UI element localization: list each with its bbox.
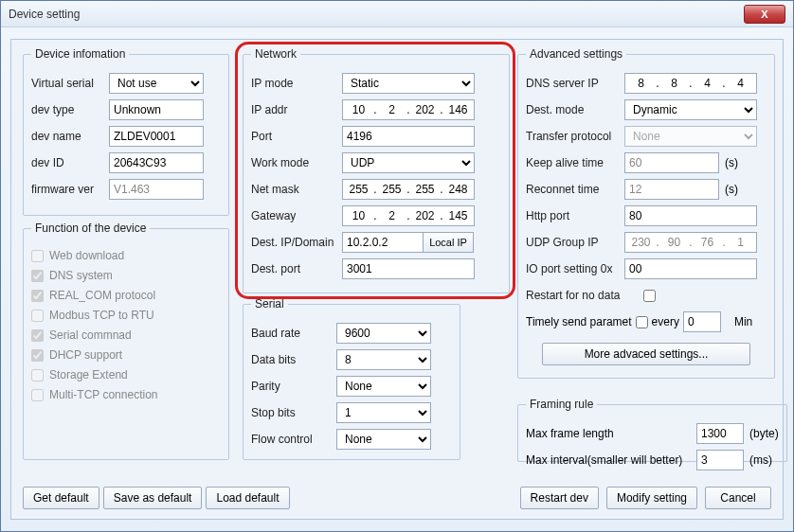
udpgroup-label: UDP Group IP xyxy=(526,236,624,249)
get-default-button[interactable]: Get default xyxy=(23,487,99,509)
timely-check[interactable] xyxy=(636,316,648,328)
port-label: Port xyxy=(251,130,342,143)
maxinterval-label: Max interval(smaller will better) xyxy=(526,453,696,467)
baud-select[interactable]: 9600 xyxy=(336,323,431,344)
restart-dev-button[interactable]: Restart dev xyxy=(520,487,599,509)
restart-check[interactable] xyxy=(643,290,656,302)
dest-ip-label: Dest. IP/Domain xyxy=(251,236,342,249)
ip-mode-label: IP mode xyxy=(251,77,342,90)
modify-setting-button[interactable]: Modify setting xyxy=(606,487,697,509)
parity-label: Parity xyxy=(251,380,336,393)
serial-group: Serial Baud rate9600 Data bits8 ParityNo… xyxy=(243,297,460,460)
dev-type-label: dev type xyxy=(31,103,109,116)
local-ip-button[interactable]: Local IP xyxy=(423,232,474,253)
reconnect-label: Reconnet time xyxy=(526,183,624,196)
dns-system-check xyxy=(31,270,44,282)
work-mode-select[interactable]: UDP xyxy=(342,152,475,173)
flow-label: Flow control xyxy=(251,433,336,446)
maxinterval-input[interactable] xyxy=(696,450,744,470)
timely-label: Timely send paramet xyxy=(526,315,632,328)
databits-label: Data bits xyxy=(251,353,336,366)
device-setting-window: Device setting X Device infomation Virtu… xyxy=(0,0,794,532)
netmask-label: Net mask xyxy=(251,183,342,196)
dev-id-label: dev ID xyxy=(31,156,109,169)
dest-port-label: Dest. port xyxy=(251,262,342,275)
more-advanced-button[interactable]: More advaced settings... xyxy=(542,343,750,365)
databits-select[interactable]: 8 xyxy=(336,349,431,370)
reconnect-input xyxy=(624,179,719,200)
restart-label: Restart for no data xyxy=(526,289,643,302)
timely-value-input[interactable] xyxy=(683,311,721,332)
destmode-label: Dest. mode xyxy=(526,103,624,116)
web-download-check xyxy=(31,250,44,262)
window-title: Device setting xyxy=(9,8,80,21)
dns-ip-input[interactable]: 8. 8. 4. 4 xyxy=(624,73,757,94)
firmware-input xyxy=(109,179,204,200)
stopbits-label: Stop bits xyxy=(251,406,336,419)
virtual-serial-label: Virtual serial xyxy=(31,77,109,90)
function-legend: Function of the device xyxy=(31,222,150,235)
advanced-legend: Advanced settings xyxy=(526,47,626,61)
work-mode-label: Work mode xyxy=(251,156,342,169)
udpgroup-input: 230. 90. 76. 1 xyxy=(624,232,757,253)
dev-id-input[interactable] xyxy=(109,152,204,173)
dest-port-input[interactable] xyxy=(342,258,475,279)
stopbits-select[interactable]: 1 xyxy=(336,402,431,423)
serial-legend: Serial xyxy=(251,297,288,310)
reconnect-unit: (s) xyxy=(725,183,738,196)
flow-select[interactable]: None xyxy=(336,429,431,450)
transfer-label: Transfer protocol xyxy=(526,130,624,143)
netmask-input[interactable]: 255. 255. 255. 248 xyxy=(342,179,475,200)
maxframe-label: Max frame length xyxy=(526,427,696,440)
dhcp-check xyxy=(31,349,44,362)
network-legend: Network xyxy=(251,47,300,61)
framing-group: Framing rule Max frame length (byte) Max… xyxy=(517,398,787,462)
keepalive-input xyxy=(624,152,719,173)
ip-mode-select[interactable]: Static xyxy=(342,73,475,94)
network-group: Network IP mode Static IP addr 10. 2. 20… xyxy=(243,47,510,293)
dev-type-input[interactable] xyxy=(109,99,204,120)
ip-addr-label: IP addr xyxy=(251,103,342,116)
maxframe-input[interactable] xyxy=(696,423,744,444)
modbus-check xyxy=(31,310,44,322)
http-label: Http port xyxy=(526,209,624,222)
framing-legend: Framing rule xyxy=(526,398,597,411)
dialog-body: Device infomation Virtual serial Not use… xyxy=(10,39,784,520)
virtual-serial-select[interactable]: Not use xyxy=(109,73,204,94)
dest-ip-input[interactable] xyxy=(342,232,424,253)
close-button[interactable]: X xyxy=(744,5,785,24)
device-info-group: Device infomation Virtual serial Not use… xyxy=(23,47,229,216)
titlebar: Device setting X xyxy=(1,1,793,27)
ms-unit: (ms) xyxy=(749,453,772,467)
parity-select[interactable]: None xyxy=(336,376,431,397)
save-default-button[interactable]: Save as default xyxy=(103,487,203,509)
port-input[interactable] xyxy=(342,126,475,147)
device-info-legend: Device infomation xyxy=(31,47,129,61)
dev-name-label: dev name xyxy=(31,130,109,143)
dns-label: DNS server IP xyxy=(526,77,624,90)
multitcp-check xyxy=(31,389,44,401)
gateway-label: Gateway xyxy=(251,209,342,222)
storage-check xyxy=(31,369,44,381)
baud-label: Baud rate xyxy=(251,327,336,340)
gateway-input[interactable]: 10. 2. 202. 145 xyxy=(342,205,475,226)
cancel-button[interactable]: Cancel xyxy=(705,487,771,509)
ioport-label: IO port setting 0x xyxy=(526,262,624,275)
dev-name-input[interactable] xyxy=(109,126,204,147)
http-input[interactable] xyxy=(624,205,757,226)
realcom-check xyxy=(31,290,44,302)
destmode-select[interactable]: Dynamic xyxy=(624,99,757,120)
function-group: Function of the device Web download DNS … xyxy=(23,222,229,460)
keepalive-label: Keep alive time xyxy=(526,156,624,169)
serialcmd-check xyxy=(31,329,44,342)
advanced-group: Advanced settings DNS server IP 8. 8. 4.… xyxy=(517,47,775,379)
transfer-select: None xyxy=(624,126,757,147)
ioport-input[interactable] xyxy=(624,258,757,279)
byte-unit: (byte) xyxy=(749,427,779,440)
load-default-button[interactable]: Load default xyxy=(206,487,289,509)
every-label: every xyxy=(652,315,679,328)
firmware-label: firmware ver xyxy=(31,183,109,196)
min-label: Min xyxy=(734,315,752,328)
ip-addr-input[interactable]: 10. 2. 202. 146 xyxy=(342,99,475,120)
keepalive-unit: (s) xyxy=(725,156,738,169)
